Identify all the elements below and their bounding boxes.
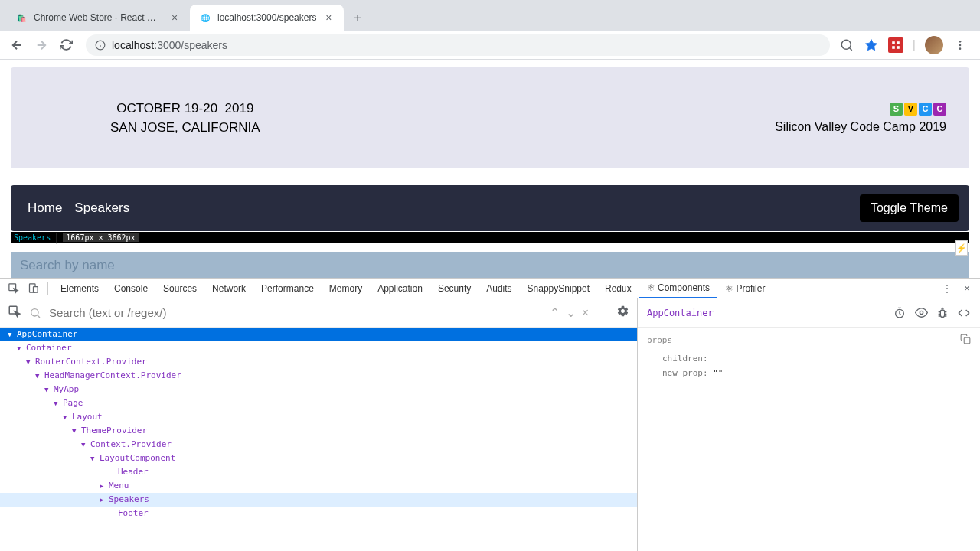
devtools-tab[interactable]: Console	[106, 279, 155, 298]
speaker-search[interactable]: Search by name ⚡	[11, 252, 969, 279]
devtools-tab[interactable]: Application	[370, 279, 430, 298]
devtools-tab[interactable]: Audits	[479, 279, 519, 298]
gear-icon[interactable]	[616, 305, 629, 321]
tree-node[interactable]: Context.Provider	[0, 438, 637, 452]
expand-arrow-icon[interactable]	[44, 383, 52, 396]
devtools-tab[interactable]: Redux	[597, 279, 639, 298]
lightning-icon[interactable]: ⚡	[956, 240, 968, 256]
devtools-tab[interactable]: ⚛ Profiler	[717, 279, 773, 298]
expand-arrow-icon[interactable]	[100, 479, 107, 493]
toolbar-actions: |	[839, 36, 974, 54]
tree-node[interactable]: MyApp	[0, 383, 637, 396]
globe-favicon: 🌐	[199, 11, 211, 24]
tab-title: Chrome Web Store - React Dev	[34, 12, 162, 23]
tree-node[interactable]: Layout	[0, 410, 637, 424]
new-tab-button[interactable]: ＋	[347, 7, 368, 28]
tree-node[interactable]: Header	[0, 465, 637, 479]
expand-arrow-icon[interactable]	[81, 438, 89, 452]
search-placeholder: Search by name	[20, 258, 115, 273]
devtools-tab[interactable]: Sources	[155, 279, 204, 298]
devtools-tab-bar: ElementsConsoleSourcesNetworkPerformance…	[0, 279, 980, 298]
devtools-tab[interactable]: ⚛ Components	[639, 279, 717, 298]
stopwatch-icon[interactable]	[893, 306, 906, 320]
tree-toolbar: ⌃ ⌄ ×	[0, 298, 637, 328]
tree-node[interactable]: Speakers	[0, 493, 637, 507]
devtools-tab[interactable]: Performance	[253, 279, 322, 298]
forward-button[interactable]	[31, 34, 52, 56]
close-icon[interactable]: ×	[168, 11, 181, 24]
svg-rect-9	[897, 46, 900, 49]
expand-arrow-icon[interactable]	[35, 369, 43, 383]
devtools-tab[interactable]: Memory	[322, 279, 370, 298]
banner-title: Silicon Valley Code Camp 2019	[775, 120, 946, 134]
devtools-tab[interactable]: Elements	[53, 279, 106, 298]
banner-brand: S V C C Silicon Valley Code Camp 2019	[775, 103, 946, 134]
tree-node[interactable]: RouterContext.Provider	[0, 355, 637, 369]
devtools-tab[interactable]: SnappySnippet	[520, 279, 597, 298]
tree-node-label: Context.Provider	[90, 438, 172, 452]
tree-node[interactable]: ThemeProvider	[0, 424, 637, 438]
search-icon[interactable]	[839, 37, 854, 53]
profile-avatar[interactable]	[925, 36, 943, 54]
eye-icon[interactable]	[914, 306, 928, 320]
bug-icon[interactable]	[936, 306, 949, 320]
tree-node[interactable]: Menu	[0, 479, 637, 493]
svg-point-3	[841, 40, 851, 49]
search-close-icon[interactable]: ×	[582, 306, 589, 320]
prop-row[interactable]: new prop: ""	[647, 366, 971, 380]
devtools-tab[interactable]: Security	[430, 279, 479, 298]
select-element-icon[interactable]	[8, 305, 21, 321]
source-icon[interactable]	[957, 306, 971, 320]
copy-icon[interactable]	[960, 334, 971, 347]
nav-speakers[interactable]: Speakers	[74, 201, 129, 216]
extension-icon[interactable]	[888, 37, 903, 53]
back-button[interactable]	[6, 34, 28, 56]
tree-node[interactable]: Page	[0, 396, 637, 410]
svg-point-17	[31, 308, 38, 315]
expand-arrow-icon[interactable]	[72, 424, 80, 438]
menu-icon[interactable]	[952, 37, 968, 53]
tree-node[interactable]: HeadManagerContext.Provider	[0, 369, 637, 383]
devtools-menu-icon[interactable]: ⋮	[937, 279, 957, 298]
search-next-icon[interactable]: ⌄	[566, 305, 576, 320]
tree-node[interactable]: Container	[0, 341, 637, 355]
expand-arrow-icon[interactable]	[63, 410, 70, 424]
device-toggle-icon[interactable]	[23, 279, 43, 298]
tree-node-label: Header	[118, 465, 149, 479]
tree-node[interactable]: AppContainer	[0, 328, 637, 341]
reload-button[interactable]	[55, 34, 77, 56]
header-banner: OCTOBER 19-20 2019 SAN JOSE, CALIFORNIA …	[11, 67, 969, 168]
expand-arrow-icon[interactable]	[17, 341, 24, 355]
browser-tab-inactive[interactable]: 🛍️ Chrome Web Store - React Dev ×	[6, 5, 190, 31]
close-icon[interactable]: ×	[322, 11, 335, 24]
tree-node-label: Footer	[118, 507, 149, 520]
expand-arrow-icon[interactable]	[90, 452, 98, 465]
component-tree[interactable]: AppContainerContainerRouterContext.Provi…	[0, 328, 637, 551]
devtools-close-icon[interactable]: ×	[957, 279, 977, 298]
search-prev-icon[interactable]: ⌃	[550, 305, 560, 320]
tree-node-label: ThemeProvider	[81, 424, 147, 438]
devtools-tab[interactable]: Network	[204, 279, 253, 298]
tree-node-label: AppContainer	[17, 328, 77, 341]
component-tree-panel: ⌃ ⌄ × AppContainerContainerRouterContext…	[0, 298, 638, 551]
logo-c2: C	[933, 103, 946, 116]
tree-node[interactable]: LayoutComponent	[0, 452, 637, 465]
tree-node[interactable]: Footer	[0, 507, 637, 520]
url-text: localhost:3000/speakers	[112, 39, 227, 51]
expand-arrow-icon[interactable]	[26, 355, 34, 369]
nav-home[interactable]: Home	[28, 201, 62, 216]
expand-arrow-icon[interactable]	[8, 328, 15, 341]
tree-search-input[interactable]	[49, 306, 542, 319]
svg-rect-15	[33, 287, 38, 293]
browser-tab-active[interactable]: 🌐 localhost:3000/speakers ×	[190, 5, 344, 31]
expand-arrow-icon[interactable]	[54, 396, 61, 410]
banner-info: OCTOBER 19-20 2019 SAN JOSE, CALIFORNIA	[110, 99, 260, 138]
svg-rect-7	[897, 41, 900, 44]
toggle-theme-button[interactable]: Toggle Theme	[860, 194, 959, 222]
inspect-element-icon[interactable]	[3, 279, 23, 298]
bookmark-star-icon[interactable]	[864, 37, 879, 53]
expand-arrow-icon[interactable]	[100, 493, 107, 507]
prop-row[interactable]: children:	[647, 351, 971, 366]
address-bar[interactable]: localhost:3000/speakers	[86, 34, 830, 56]
browser-tab-strip: 🛍️ Chrome Web Store - React Dev × 🌐 loca…	[0, 0, 980, 31]
